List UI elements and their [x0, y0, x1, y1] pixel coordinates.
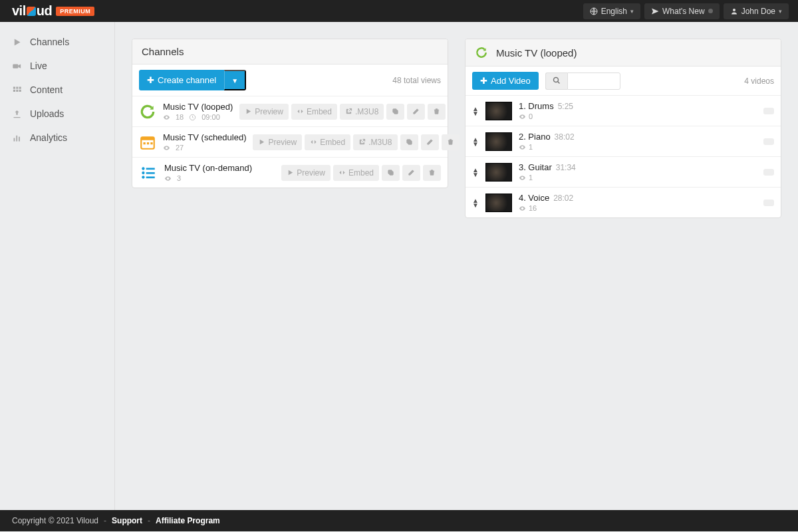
drag-handle-icon[interactable]: ▲▼	[472, 168, 479, 177]
edit-button[interactable]	[402, 165, 420, 181]
delete-video-button[interactable]	[763, 138, 774, 145]
footer: Copyright © 2021 Viloud - Support - Affi…	[0, 510, 798, 531]
drag-handle-icon[interactable]: ▲▼	[472, 137, 479, 146]
delete-video-button[interactable]	[763, 200, 774, 206]
delete-video-button[interactable]	[763, 169, 774, 176]
video-meta: 1	[519, 174, 757, 182]
video-duration: 28:02	[553, 194, 573, 203]
video-title: 2. Piano	[519, 132, 551, 142]
sidebar-item-live[interactable]: Live	[0, 54, 114, 78]
delete-button[interactable]	[423, 165, 441, 181]
video-views: 1	[529, 143, 533, 151]
channel-row[interactable]: Music TV (on-demand)3PreviewEmbed	[132, 158, 448, 188]
support-link[interactable]: Support	[112, 516, 142, 525]
video-row[interactable]: ▲▼4. Voice28:0216	[466, 188, 781, 217]
channel-title: Music TV (scheduled)	[163, 132, 246, 142]
video-thumbnail	[485, 163, 512, 182]
sidebar-item-uploads[interactable]: Uploads	[0, 102, 114, 126]
copyright: Copyright © 2021 Viloud	[12, 516, 98, 525]
svg-rect-6	[13, 89, 15, 91]
video-count: 4 videos	[744, 76, 774, 86]
affiliate-link[interactable]: Affiliate Program	[156, 516, 220, 525]
svg-rect-3	[13, 86, 15, 88]
channel-title: Music TV (looped)	[163, 102, 233, 112]
sidebar-item-channels[interactable]: Channels	[0, 30, 114, 54]
copy-button[interactable]	[382, 165, 400, 181]
channel-actions: PreviewEmbed.M3U8	[253, 134, 459, 150]
play-icon	[12, 37, 22, 47]
video-row[interactable]: ▲▼1. Drums5:250	[466, 96, 781, 126]
channel-row[interactable]: Music TV (scheduled)27PreviewEmbed.M3U8	[132, 127, 448, 158]
embed-button[interactable]: Embed	[305, 134, 350, 150]
video-list: ▲▼1. Drums5:250▲▼2. Piano38:021▲▼3. Guit…	[466, 96, 781, 217]
videos-panel-header: Music TV (looped)	[466, 39, 781, 66]
svg-point-26	[142, 176, 144, 178]
preview-button[interactable]: Preview	[253, 134, 302, 150]
create-channel-label: Create channel	[158, 75, 216, 85]
whats-new-label: What's New	[662, 7, 705, 16]
delete-video-button[interactable]	[763, 108, 774, 114]
svg-rect-16	[141, 137, 154, 140]
sidebar-item-label: Live	[30, 61, 47, 71]
brand[interactable]: vilud PREMIUM	[12, 3, 94, 19]
create-channel-button[interactable]: ✚ Create channel	[139, 70, 224, 90]
svg-rect-7	[16, 89, 18, 91]
language-selector[interactable]: English ▾	[583, 3, 640, 19]
add-video-button[interactable]: ✚ Add Video	[472, 72, 539, 90]
channel-info: Music TV (looped)1809:00	[163, 102, 233, 121]
delete-button[interactable]	[442, 134, 460, 150]
total-views: 48 total views	[392, 76, 441, 85]
m3u8-button[interactable]: .M3U8	[340, 104, 384, 120]
embed-button[interactable]: Embed	[291, 104, 337, 120]
embed-button[interactable]: Embed	[333, 165, 379, 181]
sidebar-item-analytics[interactable]: Analytics	[0, 126, 114, 150]
chevron-down-icon: ▾	[779, 8, 782, 15]
channel-row[interactable]: Music TV (looped)1809:00PreviewEmbed.M3U…	[132, 96, 448, 127]
sidebar-item-content[interactable]: Content	[0, 78, 114, 102]
eye-icon	[163, 114, 170, 121]
svg-rect-5	[19, 86, 21, 88]
preview-button[interactable]: Preview	[281, 165, 331, 181]
edit-button[interactable]	[407, 104, 425, 120]
channel-type-icon	[139, 102, 156, 121]
drag-handle-icon[interactable]: ▲▼	[472, 198, 479, 207]
video-duration: 38:02	[555, 132, 575, 142]
video-duration: 31:34	[556, 163, 576, 172]
channel-meta: 3	[164, 174, 252, 182]
sidebar-item-label: Uploads	[30, 108, 64, 119]
topbar-right: English ▾ What's New John Doe ▾	[583, 3, 789, 19]
camera-icon	[12, 61, 22, 71]
video-info: 1. Drums5:250	[519, 101, 757, 120]
svg-point-30	[553, 77, 558, 82]
videos-panel: Music TV (looped) ✚ Add Video 4 videos ▲…	[465, 39, 781, 218]
topbar: vilud PREMIUM English ▾ What's New John …	[0, 0, 798, 22]
channel-type-icon	[139, 133, 156, 152]
channel-views: 27	[176, 144, 184, 152]
copy-button[interactable]	[400, 134, 418, 150]
channel-list: Music TV (looped)1809:00PreviewEmbed.M3U…	[132, 96, 448, 188]
preview-button[interactable]: Preview	[239, 104, 289, 120]
svg-rect-2	[13, 64, 18, 68]
video-title: 1. Drums	[519, 101, 554, 111]
video-info: 2. Piano38:021	[519, 132, 757, 151]
video-title: 4. Voice	[519, 193, 549, 203]
m3u8-button[interactable]: .M3U8	[353, 134, 397, 150]
language-label: English	[601, 7, 627, 16]
whats-new-button[interactable]: What's New	[644, 3, 720, 19]
sidebar-item-label: Analytics	[30, 132, 67, 143]
video-duration: 5:25	[558, 102, 573, 111]
user-menu[interactable]: John Doe ▾	[724, 3, 789, 19]
edit-button[interactable]	[421, 134, 439, 150]
search-input[interactable]	[567, 72, 620, 90]
drag-handle-icon[interactable]: ▲▼	[472, 106, 479, 116]
notification-dot-icon	[708, 9, 713, 13]
copy-button[interactable]	[386, 104, 404, 120]
video-row[interactable]: ▲▼3. Guitar31:341	[466, 157, 781, 188]
video-row[interactable]: ▲▼2. Piano38:021	[466, 126, 781, 157]
svg-point-22	[142, 167, 144, 170]
delete-button[interactable]	[428, 104, 446, 120]
clock-icon	[189, 114, 196, 121]
create-channel-dropdown[interactable]: ▼	[224, 70, 246, 90]
upload-icon	[12, 109, 22, 119]
channel-views: 3	[177, 174, 181, 182]
